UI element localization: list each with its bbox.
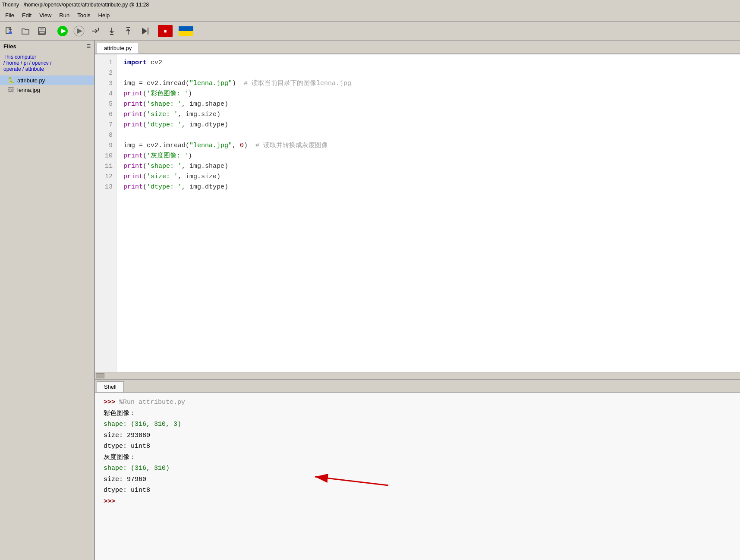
shell-output-line-6: shape: (316, 310) xyxy=(104,463,731,474)
svg-rect-3 xyxy=(40,28,44,30)
sidebar-header: Files ≡ xyxy=(0,41,94,52)
sidebar-menu-icon[interactable]: ≡ xyxy=(87,42,91,50)
svg-rect-1 xyxy=(9,31,12,34)
shell-prompt-end: >>> xyxy=(104,496,731,507)
path-link-computer[interactable]: This computer xyxy=(3,54,36,60)
menu-run[interactable]: Run xyxy=(56,11,73,19)
path-link-home[interactable]: / home xyxy=(3,60,19,66)
file-list: 🐍 attribute.py 🖼 lenna.jpg xyxy=(0,74,94,560)
tab-bar: attribute.py xyxy=(95,41,740,54)
line-numbers: 1 2 3 4 5 6 7 8 9 10 11 12 13 xyxy=(95,54,117,372)
shell-output-line-1: 彩色图像： xyxy=(104,408,731,419)
menu-tools[interactable]: Tools xyxy=(74,11,94,19)
shell-prompt-1: >>> xyxy=(104,399,119,406)
open-file-button[interactable] xyxy=(18,24,33,38)
ukraine-flag-icon xyxy=(179,26,193,36)
save-file-button[interactable] xyxy=(35,24,49,38)
run-button[interactable] xyxy=(55,24,70,38)
sidebar-title: Files xyxy=(3,43,16,50)
menu-bar: File Edit View Run Tools Help xyxy=(0,9,740,22)
scrollbar-thumb[interactable] xyxy=(96,373,104,378)
step-over-button[interactable] xyxy=(88,24,103,38)
path-link-pi[interactable]: pi xyxy=(24,60,28,66)
shell-tab[interactable]: Shell xyxy=(97,381,124,392)
file-name-lenna-jpg: lenna.jpg xyxy=(17,87,40,93)
shell-output-line-2: shape: (316, 310, 3) xyxy=(104,419,731,430)
toolbar-separator-1 xyxy=(51,24,54,38)
title-bar: Thonny - /home/pi/opencv/operate/attribu… xyxy=(0,0,740,9)
path-link-attribute[interactable]: attribute xyxy=(25,66,44,72)
shell-area: Shell >>> %Run attribute.py 彩色图像： shape:… xyxy=(95,379,740,560)
code-content[interactable]: import cv2 img = cv2.imread("lenna.jpg")… xyxy=(117,54,740,372)
file-item-attribute-py[interactable]: 🐍 attribute.py xyxy=(0,76,94,85)
shell-output-line-8: dtype: uint8 xyxy=(104,485,731,496)
file-name-attribute-py: attribute.py xyxy=(17,77,45,84)
main-layout: Files ≡ This computer / home / pi / open… xyxy=(0,41,740,560)
svg-rect-4 xyxy=(39,31,44,34)
svg-marker-13 xyxy=(142,28,147,35)
tab-attribute-py[interactable]: attribute.py xyxy=(97,43,139,53)
shell-prompt-2: >>> xyxy=(104,498,115,505)
menu-edit[interactable]: Edit xyxy=(19,11,35,19)
shell-output-line-4: dtype: uint8 xyxy=(104,441,731,452)
python-file-icon: 🐍 xyxy=(7,76,15,84)
shell-line-1: >>> %Run attribute.py xyxy=(104,397,731,408)
horizontal-scrollbar[interactable] xyxy=(95,372,740,379)
shell-content[interactable]: >>> %Run attribute.py 彩色图像： shape: (316,… xyxy=(95,393,740,560)
file-item-lenna-jpg[interactable]: 🖼 lenna.jpg xyxy=(0,85,94,94)
shell-command: %Run attribute.py xyxy=(119,399,185,406)
sidebar: Files ≡ This computer / home / pi / open… xyxy=(0,41,95,560)
svg-text:■: ■ xyxy=(164,28,167,34)
title-text: Thonny - /home/pi/opencv/operate/attribu… xyxy=(2,2,149,8)
toolbar: ■ xyxy=(0,22,740,41)
shell-output-line-5: 灰度图像： xyxy=(104,452,731,463)
resume-button[interactable] xyxy=(137,24,152,38)
sidebar-path: This computer / home / pi / opencv / ope… xyxy=(0,52,94,74)
path-link-opencv[interactable]: opencv xyxy=(32,60,49,66)
shell-output-line-7: size: 97960 xyxy=(104,474,731,485)
code-editor[interactable]: 1 2 3 4 5 6 7 8 9 10 11 12 13 import cv2… xyxy=(95,54,740,372)
toolbar-separator-3 xyxy=(174,24,177,38)
shell-tab-bar: Shell xyxy=(95,380,740,393)
menu-view[interactable]: View xyxy=(36,11,55,19)
menu-file[interactable]: File xyxy=(2,11,18,19)
debug-button[interactable] xyxy=(72,24,86,38)
new-file-button[interactable] xyxy=(2,24,16,38)
stop-button[interactable]: ■ xyxy=(158,25,173,37)
path-link-operate[interactable]: operate xyxy=(3,66,21,72)
step-into-button[interactable] xyxy=(104,24,119,38)
image-file-icon: 🖼 xyxy=(7,86,15,94)
shell-output-line-3: size: 293880 xyxy=(104,430,731,441)
editor-area: attribute.py 1 2 3 4 5 6 7 8 9 10 11 12 … xyxy=(95,41,740,560)
menu-help[interactable]: Help xyxy=(95,11,113,19)
toolbar-separator-2 xyxy=(154,24,156,38)
step-out-button[interactable] xyxy=(121,24,135,38)
